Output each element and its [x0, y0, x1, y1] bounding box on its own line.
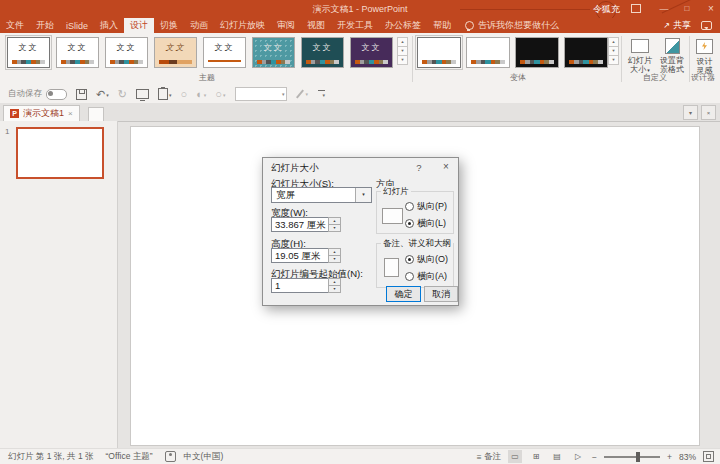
zoom-in-button[interactable]: +	[667, 452, 672, 462]
slideshow-view-button[interactable]: ▷	[571, 450, 585, 463]
tab-list-dropdown-button[interactable]: ▾	[683, 105, 698, 120]
tab-design[interactable]: 设计	[124, 18, 154, 33]
variants-more-button[interactable]: ▼	[608, 55, 619, 65]
ribbon-display-options-button[interactable]	[627, 0, 645, 18]
tab-review[interactable]: 审阅	[271, 18, 301, 33]
highlighter-button[interactable]: ▾	[296, 89, 308, 99]
theme-item-2[interactable]: 文文	[56, 37, 99, 68]
radio-icon[interactable]	[405, 272, 414, 281]
language-label[interactable]: 中文(中国)	[184, 451, 224, 463]
radio-icon[interactable]	[405, 202, 414, 211]
zoom-slider[interactable]	[604, 456, 660, 458]
user-name[interactable]: 令狐充	[593, 3, 620, 16]
notes-button[interactable]: ≡ 备注	[477, 451, 501, 463]
tab-islide[interactable]: iSlide	[60, 18, 94, 33]
reading-view-button[interactable]: ▤	[550, 450, 564, 463]
slide-thumbnail[interactable]	[16, 127, 104, 179]
notes-portrait-option[interactable]: 纵向(O)	[405, 253, 448, 266]
tell-me-box[interactable]: 告诉我你想要做什么	[465, 18, 559, 33]
accessibility-icon[interactable]	[165, 451, 176, 462]
shapes-button[interactable]: ○	[180, 89, 187, 100]
tab-office-tab[interactable]: 办公标签	[379, 18, 427, 33]
autosave-toggle[interactable]	[46, 89, 67, 100]
zoom-level-label[interactable]: 83%	[679, 452, 696, 462]
close-button[interactable]: ×	[702, 0, 720, 18]
tab-bar-close-button[interactable]: ×	[701, 105, 716, 120]
customize-qat-button[interactable]: ▾	[318, 90, 325, 98]
redo-button[interactable]: ↻	[118, 89, 127, 100]
start-slideshow-button[interactable]	[136, 89, 149, 99]
paste-button[interactable]: ▾	[158, 88, 172, 100]
ok-button[interactable]: 确定	[386, 286, 421, 302]
slide-size-combobox[interactable]: 宽屏 ▾	[271, 187, 372, 203]
start-number-input[interactable]: 1	[271, 278, 329, 293]
variant-item-3[interactable]	[515, 37, 559, 68]
design-ideas-button[interactable]: 设计 灵感	[691, 37, 718, 75]
slides-portrait-option[interactable]: 纵向(P)	[405, 200, 447, 213]
theme-item-4[interactable]: 文文	[154, 37, 197, 68]
theme-item-6[interactable]: 文文	[252, 37, 295, 68]
tab-developer[interactable]: 开发工具	[331, 18, 379, 33]
shape-outline-button[interactable]: ○▾	[215, 89, 225, 100]
comment-icon[interactable]	[701, 21, 712, 30]
slide-sorter-view-button[interactable]: ⊞	[529, 450, 543, 463]
document-tab[interactable]: P 演示文稿1 ×	[3, 105, 80, 121]
spin-up-icon[interactable]: ▲	[329, 218, 340, 225]
theme-item-3[interactable]: 文文	[105, 37, 148, 68]
dialog-title: 幻灯片大小	[271, 162, 319, 175]
shape-fill-button[interactable]: ◐▾	[196, 89, 206, 100]
share-button[interactable]: ↗ 共享	[663, 19, 691, 32]
zoom-out-button[interactable]: −	[592, 452, 597, 462]
variant-item-4[interactable]	[564, 37, 608, 68]
combo-dropdown-button[interactable]: ▾	[355, 188, 371, 202]
variant-item-2[interactable]	[466, 37, 510, 68]
powerpoint-window: 演示文稿1 - PowerPoint 令狐充 — □ × 文件 开始 iSlid…	[0, 0, 720, 464]
cancel-button[interactable]: 取消	[424, 286, 458, 302]
tab-animations[interactable]: 动画	[184, 18, 214, 33]
width-input[interactable]: 33.867 厘米	[271, 217, 329, 232]
spin-down-icon[interactable]: ▼	[329, 286, 340, 292]
tab-slideshow[interactable]: 幻灯片放映	[214, 18, 271, 33]
undo-button[interactable]: ↶▾	[96, 89, 109, 100]
collapse-ribbon-button[interactable]: ^	[711, 76, 714, 83]
tab-insert[interactable]: 插入	[94, 18, 124, 33]
spin-down-icon[interactable]: ▼	[329, 225, 340, 231]
height-input[interactable]: 19.05 厘米	[271, 248, 329, 263]
notes-landscape-option[interactable]: 横向(A)	[405, 270, 447, 283]
tab-view[interactable]: 视图	[301, 18, 331, 33]
font-size-combobox[interactable]: ▾	[235, 87, 287, 101]
maximize-button[interactable]: □	[678, 0, 696, 18]
variant-item-1[interactable]	[417, 37, 461, 68]
radio-selected-icon[interactable]	[405, 255, 414, 264]
width-spinner[interactable]: ▲▼	[328, 217, 341, 232]
theme-item-office[interactable]: 文文	[7, 37, 50, 68]
new-document-tab-button[interactable]	[88, 107, 104, 122]
titlebar-decoration	[460, 9, 590, 10]
document-tab-close-icon[interactable]: ×	[68, 109, 73, 118]
document-tab-bar: P 演示文稿1 × ▾ ×	[0, 103, 720, 122]
slide-size-button[interactable]: 幻灯片 大小▾	[624, 37, 656, 74]
normal-view-button[interactable]: ▭	[508, 450, 522, 463]
fit-to-window-button[interactable]	[703, 451, 714, 462]
theme-item-7[interactable]: 文文	[301, 37, 344, 68]
tab-help[interactable]: 帮助	[427, 18, 457, 33]
tab-file[interactable]: 文件	[0, 18, 30, 33]
spin-up-icon[interactable]: ▲	[329, 279, 340, 286]
tab-transitions[interactable]: 切换	[154, 18, 184, 33]
tab-home[interactable]: 开始	[30, 18, 60, 33]
spin-up-icon[interactable]: ▲	[329, 249, 340, 256]
themes-more-button[interactable]: ▼	[397, 55, 408, 65]
start-number-spinner[interactable]: ▲▼	[328, 278, 341, 293]
zoom-slider-thumb[interactable]	[636, 452, 640, 462]
dialog-close-button[interactable]: ×	[437, 161, 455, 172]
save-button[interactable]	[76, 89, 87, 100]
minimize-button[interactable]: —	[655, 0, 673, 18]
radio-selected-icon[interactable]	[405, 219, 414, 228]
slides-landscape-option[interactable]: 横向(L)	[405, 217, 446, 230]
theme-item-8[interactable]: 文文	[350, 37, 393, 68]
format-background-button[interactable]: 设置背 景格式	[656, 37, 688, 74]
spin-down-icon[interactable]: ▼	[329, 256, 340, 262]
height-spinner[interactable]: ▲▼	[328, 248, 341, 263]
dialog-help-button[interactable]: ?	[411, 162, 427, 173]
theme-item-5[interactable]: 文文	[203, 37, 246, 68]
